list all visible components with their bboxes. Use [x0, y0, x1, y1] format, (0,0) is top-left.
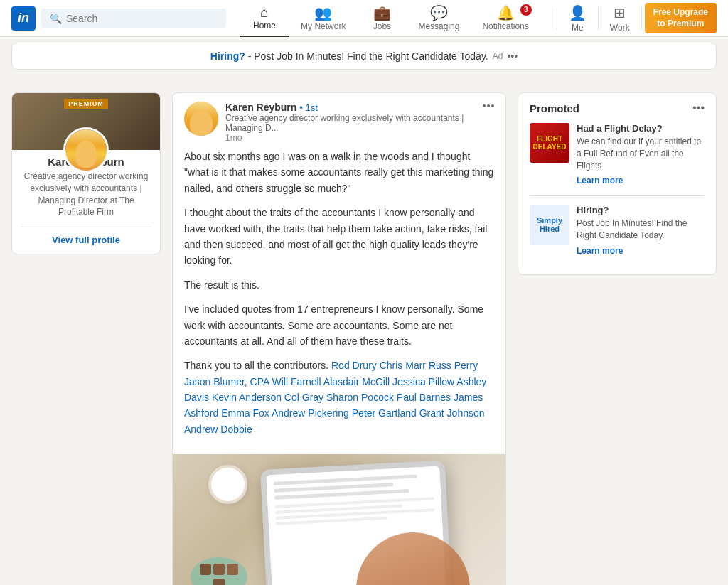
- nav-item-messaging-label: Messaging: [418, 21, 459, 31]
- post-author-desc: Creative agency director working exclusi…: [225, 113, 476, 133]
- work-icon: ⊞: [614, 4, 626, 21]
- profile-banner: PREMIUM: [12, 93, 160, 150]
- post-paragraph-4: I've included quotes from 17 entrepreneu…: [184, 301, 494, 349]
- nav-item-jobs-label: Jobs: [373, 21, 391, 31]
- main-feed: Karen Reyburn • 1st Creative agency dire…: [172, 92, 506, 585]
- linkedin-logo[interactable]: in: [11, 6, 36, 31]
- post-paragraph-3: The result is this.: [184, 277, 494, 293]
- promo-hiring-content: Hiring? Post Job In Minutes! Find the Ri…: [577, 205, 705, 256]
- view-full-profile-link[interactable]: View full profile: [21, 227, 151, 245]
- coffee-cup: [208, 465, 247, 504]
- ad-label: Ad: [493, 51, 503, 61]
- post-header: Karen Reyburn • 1st Creative agency dire…: [173, 93, 505, 149]
- profile-card: PREMIUM Karen Reyburn Creative agency di…: [11, 92, 161, 254]
- nav-item-home-label: Home: [253, 21, 276, 31]
- promo-hiring-image: SimplyHired: [530, 205, 569, 245]
- post-connection: • 1st: [299, 102, 318, 113]
- nav-item-network[interactable]: 👥 My Network: [289, 0, 357, 37]
- banner-wrap: Hiring? - Post Job In Minutes! Find the …: [0, 43, 728, 70]
- post-time: 1mo: [225, 133, 476, 143]
- promo-divider: [530, 195, 705, 196]
- search-icon: 🔍: [50, 13, 62, 24]
- post-paragraph-5: Thank you to all the contributors. Rod D…: [184, 358, 494, 437]
- chocolates-plate: [191, 557, 247, 585]
- nav-items: ⌂ Home 👥 My Network 💼 Jobs 💬 Messaging 🔔…: [232, 0, 548, 37]
- right-sidebar: Promoted ••• FLIGHTDELAYED Had a Flight …: [518, 92, 717, 275]
- nav-item-work[interactable]: ⊞ Work: [601, 0, 638, 37]
- hands: [356, 532, 470, 585]
- promoted-options-icon[interactable]: •••: [692, 102, 705, 114]
- me-label: Me: [572, 23, 584, 33]
- avatar: [63, 127, 109, 173]
- promo-flight-desc: We can find our if your entitled to a Fu…: [577, 136, 705, 171]
- avatar-image: [65, 129, 107, 171]
- post-avatar: [184, 102, 218, 136]
- post-card: Karen Reyburn • 1st Creative agency dire…: [172, 92, 506, 585]
- premium-badge: PREMIUM: [64, 99, 108, 109]
- post-author-name[interactable]: Karen Reyburn: [225, 102, 296, 113]
- promo-item-flight: FLIGHTDELAYED Had a Flight Delay? We can…: [530, 123, 705, 186]
- nav-item-jobs[interactable]: 💼 Jobs: [357, 0, 407, 37]
- work-label: Work: [610, 23, 630, 33]
- dot3: [491, 104, 494, 107]
- promo-hiring-learn-more[interactable]: Learn more: [577, 246, 623, 256]
- nav-divider3: [641, 7, 642, 30]
- network-icon: 👥: [314, 6, 332, 20]
- promo-flight-image: FLIGHTDELAYED: [530, 123, 569, 163]
- promoted-title: Promoted: [530, 102, 579, 114]
- promo-flight-name: Had a Flight Delay?: [577, 123, 705, 134]
- me-avatar-icon: 👤: [569, 4, 587, 21]
- promo-hiring-desc: Post Job In Minutes! Find the Right Cand…: [577, 218, 705, 242]
- post-author-area: Karen Reyburn • 1st Creative agency dire…: [184, 102, 476, 143]
- nav-item-notifications[interactable]: 🔔 3 Notifications: [471, 0, 540, 37]
- left-sidebar: PREMIUM Karen Reyburn Creative agency di…: [11, 92, 161, 254]
- nav-right: 👤 Me ⊞ Work Free Upgrade to Premium: [554, 0, 717, 37]
- dot2: [487, 104, 490, 107]
- promoted-header: Promoted •••: [530, 102, 705, 114]
- notifications-icon: 🔔: [497, 6, 515, 20]
- nav-item-me[interactable]: 👤 Me: [560, 0, 595, 37]
- promo-hiring-name: Hiring?: [577, 205, 705, 215]
- search-input[interactable]: [66, 13, 218, 24]
- profile-description: Creative agency director working exclusi…: [21, 171, 151, 218]
- post-image: [173, 454, 505, 585]
- promo-item-hiring: SimplyHired Hiring? Post Job In Minutes!…: [530, 205, 705, 256]
- nav-item-network-label: My Network: [301, 21, 346, 31]
- nav-divider2: [598, 7, 599, 30]
- home-icon: ⌂: [260, 5, 269, 19]
- navbar: in 🔍 ⌂ Home 👥 My Network 💼 Jobs 💬 Messag…: [0, 0, 728, 37]
- banner-text: Hiring? - Post Job In Minutes! Find the …: [210, 50, 488, 62]
- promo-flight-content: Had a Flight Delay? We can find our if y…: [577, 123, 705, 186]
- promoted-card: Promoted ••• FLIGHTDELAYED Had a Flight …: [518, 92, 717, 275]
- jobs-icon: 💼: [373, 6, 391, 20]
- post-author-info: Karen Reyburn • 1st Creative agency dire…: [225, 102, 476, 143]
- post-menu-button[interactable]: [483, 102, 494, 107]
- post-body: About six months ago I was on a walk in …: [173, 149, 505, 454]
- nav-item-notifications-label: Notifications: [482, 21, 528, 31]
- nav-item-home[interactable]: ⌂ Home: [240, 0, 289, 37]
- notification-badge: 3: [520, 4, 532, 16]
- messaging-icon: 💬: [430, 6, 448, 20]
- page-wrapper: in 🔍 ⌂ Home 👥 My Network 💼 Jobs 💬 Messag…: [0, 0, 728, 585]
- post-paragraph-2: I thought about the traits of the accoun…: [184, 205, 494, 269]
- banner-link[interactable]: Hiring?: [210, 50, 245, 62]
- nav-divider: [557, 7, 557, 30]
- promo-flight-learn-more[interactable]: Learn more: [577, 176, 623, 186]
- nav-item-messaging[interactable]: 💬 Messaging: [407, 0, 471, 37]
- dot1: [483, 104, 486, 107]
- banner-options-icon[interactable]: •••: [507, 50, 518, 62]
- top-ad-banner: Hiring? - Post Job In Minutes! Find the …: [11, 43, 717, 70]
- premium-upgrade-button[interactable]: Free Upgrade to Premium: [645, 3, 717, 33]
- search-bar[interactable]: 🔍: [41, 9, 226, 28]
- page-layout: PREMIUM Karen Reyburn Creative agency di…: [0, 75, 728, 585]
- post-paragraph-1: About six months ago I was on a walk in …: [184, 149, 494, 196]
